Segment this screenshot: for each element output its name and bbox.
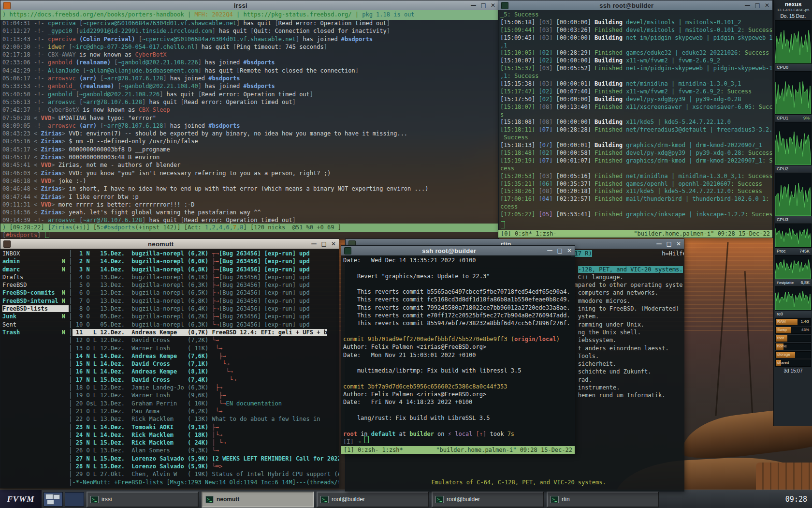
boat-deck: [756, 463, 812, 490]
maximize-icon[interactable]: □: [557, 246, 563, 255]
irssi-terminal[interactable]: ) https://docs.freebsd.org/en/books/port…: [0, 10, 498, 239]
ram-value: 1,4G: [801, 319, 809, 324]
terminal-line: │ 28 N L 15.Dez. Lorenzo Salvado (5,9K) …: [2, 463, 337, 470]
window-ssh-gitlog[interactable]: ssh root@builder — □ ✕ Date: Wed Dec 14 …: [341, 245, 575, 454]
system-monitor-panel[interactable]: nexus 13.1-RELEASE-p5 Do. 15 Dez. CPU0 C…: [773, 0, 812, 426]
gitlog-terminal[interactable]: Date: Wed Dec 14 13:35:21 2022 +0100 Rev…: [341, 255, 575, 454]
usage-graph: [775, 224, 811, 247]
disk-value: 6,8K: [800, 280, 810, 285]
git-log[interactable]: Date: Wed Dec 14 13:35:21 2022 +0100 Rev…: [341, 255, 575, 446]
terminal-line: [15:18:07] [08] [00:13:40] Finished x11/…: [500, 104, 770, 111]
terminal-line: [I] →: [343, 438, 573, 446]
cpu0-label: CPU0: [777, 65, 788, 70]
minimize-icon[interactable]: —: [547, 246, 553, 255]
close-icon[interactable]: ✕: [331, 239, 336, 249]
builder-terminal[interactable]: _5: Success[15:06:18] [03] [00:00:00] Bu…: [498, 10, 772, 238]
terminal-line: 08:43:23 < Zirias> VVD: environ(7) -- sh…: [2, 130, 496, 137]
terminal-line: FreeBSD-commits N │ 6 O 13.Dez. bugzilla…: [2, 289, 337, 297]
tmux-status-bar: [0] 0:sh* 1:zsh- "builder.home.palmen-i"…: [498, 230, 772, 238]
usage-graph: [775, 287, 811, 310]
terminal-line: 05:33:53 -!- ganbold_ (realname) [~ganbo…: [2, 82, 496, 90]
cpu2-graph: [775, 122, 812, 165]
terminal-line: │-*-NeoMutt: +FreeBSD-lists [Msgs:1293 N…: [2, 478, 337, 486]
terminal-line: [15:38:26] [08] [00:20:18] Finished x11/…: [500, 188, 770, 195]
irssi-chat-log[interactable]: 01:04:31 -!- cperciva [~cperciva@S010668…: [0, 18, 498, 225]
terminal-line: dmarc N │ 3 N 14.Dez. bugzilla-norepl (6…: [2, 266, 337, 273]
terminal-line: [15:10:07] [02] [00:00:00] Building x11-…: [500, 57, 770, 65]
terminal-line: [15:19:19] [07] [00:01:07] Finished grap…: [500, 157, 770, 165]
net-graph: [775, 286, 812, 311]
terminal-line: │ 26 O L 13.Dez. Alan Somers (9,3K) └→: [2, 447, 337, 454]
taskbar-item-neomutt[interactable]: >_ neomutt: [202, 492, 314, 508]
pager-desk-1[interactable]: [44, 492, 63, 507]
taskbar-item-irssi[interactable]: >_ irssi: [87, 492, 199, 508]
window-title: irssi: [14, 2, 468, 9]
terminal-line: │ 12 O L 12.Dez. David Cross (7,2K) └→: [2, 336, 337, 344]
maximize-icon[interactable]: □: [755, 0, 760, 10]
close-icon[interactable]: ✕: [567, 246, 572, 255]
minimize-icon[interactable]: —: [471, 0, 477, 10]
terminal-line: [15:06:18] [03] [00:00:00] Building deve…: [500, 19, 770, 27]
fvwm-start-button[interactable]: FVWM: [0, 490, 42, 508]
terminal-line: 09:11:31 < VVD> more rrrrr is better: er…: [2, 201, 496, 209]
terminal-line: multimedia/librtmp: Fix build with libre…: [343, 367, 573, 374]
terminal-line: 07:42:37 -!- CyberBotX is now known as C…: [2, 106, 496, 114]
minimize-icon[interactable]: —: [656, 239, 662, 249]
close-icon[interactable]: ✕: [676, 239, 681, 249]
window-ssh-builder-log[interactable]: ssh root@builder — □ ✕ _5: Success[15:06…: [498, 0, 773, 238]
maximize-icon[interactable]: □: [321, 239, 327, 249]
terminal-line: INBOX │ 1 N 15.Dez. bugzilla-norepl (6,2…: [2, 250, 337, 257]
ram-label: RAM: [777, 319, 786, 324]
cpu1-graph: [775, 71, 812, 115]
window-irssi[interactable]: irssi — □ ✕ ) https://docs.freebsd.org/e…: [0, 0, 499, 239]
terminal-line: Trash N │ 11 L 12.Dez. Andreas Kempe (0,…: [2, 329, 337, 336]
terminal-line: This reverts commit e70ff172c20525bf5ec2…: [343, 312, 573, 319]
minimize-icon[interactable]: —: [311, 239, 317, 249]
taskbar[interactable]: FVWM >_ irssi >_ neomutt >_ root@builder…: [0, 490, 812, 508]
fs-meter-root: root: [775, 335, 811, 342]
maximize-icon[interactable]: □: [667, 239, 672, 249]
window-neomutt[interactable]: neomutt — □ ✕ INBOX │ 1 N 15.Dez. bugzil…: [0, 239, 339, 488]
cpu1-chart: CPU19%: [775, 71, 812, 121]
terminal-line: Drafts │ 4 O 13.Dez. bugzilla-norepl (6,…: [2, 273, 337, 281]
titlebar[interactable]: neomutt — □ ✕: [0, 239, 339, 249]
fs-storage-label: storage: [777, 352, 790, 357]
fs-shared-label: shared: [777, 360, 789, 365]
terminal-line: [343, 374, 573, 382]
panel-header: nexus 13.1-RELEASE-p5: [774, 0, 812, 13]
pager-desk-2[interactable]: [65, 492, 84, 507]
close-icon[interactable]: ✕: [765, 0, 769, 10]
terminal-line: [15:10:05] [02] [00:28:29] Finished game…: [500, 49, 770, 57]
terminal-line: │ 29 O L 27.Okt. Chen, Alvin W ( 19K) St…: [2, 470, 337, 478]
cpu3-graph: [775, 173, 812, 216]
terminal-line: │ 25 N L 15.Dez. Rick Macklem ( 24K) │ └…: [2, 439, 337, 447]
terminal-line: │ 18 O L 12.Dez. Jamie Landeg-Jo (6,3K) …: [2, 384, 337, 391]
task-label: irssi: [102, 496, 112, 503]
terminal-line: [15:18:48] [02] [00:00:58] Finished deve…: [500, 149, 770, 157]
terminal-line: cess: [500, 165, 770, 173]
titlebar[interactable]: ssh root@builder — □ ✕: [498, 0, 772, 10]
terminal-line: [343, 406, 573, 414]
taskbar-item-builder-1[interactable]: >_ root@builder: [317, 492, 429, 508]
maximize-icon[interactable]: □: [481, 0, 486, 10]
terminal-line: [343, 359, 573, 367]
titlebar[interactable]: ssh root@builder — □ ✕: [341, 246, 575, 255]
close-icon[interactable]: ✕: [491, 0, 495, 10]
terminal-line: 07:50:28 < VVD> UPDATING have typo: "err…: [2, 114, 496, 122]
build-log[interactable]: _5: Success[15:06:18] [03] [00:00:00] Bu…: [498, 10, 772, 230]
terminal-app-icon: [501, 2, 508, 9]
terminal-line: Success: [500, 134, 770, 142]
mail-index[interactable]: INBOX │ 1 N 15.Dez. bugzilla-norepl (6,2…: [0, 249, 339, 488]
terminal-line: 08:46:48 < Zirias> in short, I have no i…: [2, 185, 496, 193]
taskbar-item-builder-2[interactable]: >_ root@builder: [432, 492, 544, 508]
titlebar[interactable]: irssi — □ ✕: [0, 0, 498, 10]
terminal-app-icon: [344, 247, 351, 254]
terminal-line: 08:46:03 < Zirias> VVD: you know "you" i…: [2, 169, 496, 177]
terminal-icon: >_: [90, 496, 99, 503]
taskbar-item-rtin[interactable]: >_ rtin: [547, 492, 659, 508]
terminal-line: │ 22 O L 13.Dez. Rick Macklem ( 13K) Wha…: [2, 415, 337, 423]
minimize-icon[interactable]: —: [745, 0, 751, 10]
terminal-line: FreeBSD │ 5 O 13.Dez. bugzilla-norepl (6…: [2, 281, 337, 289]
neomutt-terminal[interactable]: INBOX │ 1 N 15.Dez. bugzilla-norepl (6,2…: [0, 249, 339, 488]
terminal-line: ) https://docs.freebsd.org/en/books/port…: [2, 11, 496, 18]
